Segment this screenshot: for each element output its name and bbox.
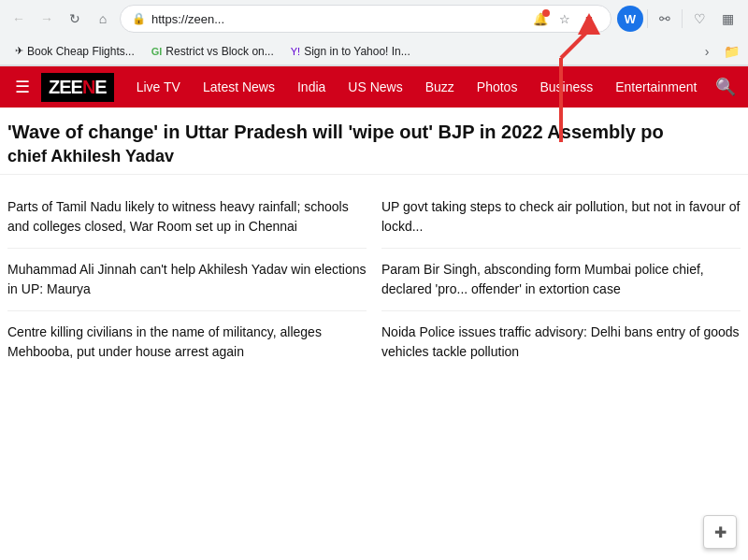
bookmark-flights[interactable]: ✈ Book Cheap Flights... <box>7 42 142 61</box>
news-item-left-2[interactable]: Muhammad Ali Jinnah can't help Akhilesh … <box>7 249 367 311</box>
browser-toolbar-right: W ⚯ ♡ ▦ <box>617 6 741 32</box>
address-bar[interactable]: 🔒 https://zeen... 🔔 ☆ ■ <box>120 5 611 33</box>
floating-action-button[interactable]: ✚ <box>703 515 737 549</box>
nav-india[interactable]: India <box>286 66 337 108</box>
browser-top-bar: ← → ↻ ⌂ 🔒 https://zeen... 🔔 ☆ ■ W ⚯ ♡ ▦ <box>0 0 748 37</box>
bookmark-restrict[interactable]: Gl Restrict vs Block on... <box>144 42 281 61</box>
bookmark-flights-label: Book Cheap Flights... <box>27 45 135 58</box>
headline-sub: chief Akhilesh Yadav <box>7 147 741 166</box>
news-item-left-3[interactable]: Centre killing civilians in the name of … <box>7 311 367 373</box>
nav-us-news[interactable]: US News <box>337 66 413 108</box>
main-headline[interactable]: 'Wave of change' in Uttar Pradesh will '… <box>0 108 748 175</box>
bookmark-restrict-label: Restrict vs Block on... <box>165 45 273 58</box>
nav-photos[interactable]: Photos <box>466 66 529 108</box>
nav-bar: ☰ ZEENE Live TV Latest News India US New… <box>0 66 748 108</box>
browser-chrome: ← → ↻ ⌂ 🔒 https://zeen... 🔔 ☆ ■ W ⚯ ♡ ▦ <box>0 0 748 66</box>
notification-badge <box>542 9 550 17</box>
bookmark-restrict-icon: Gl <box>151 46 163 57</box>
toolbar-divider <box>647 9 648 28</box>
news-col-right: UP govt taking steps to check air pollut… <box>381 186 741 373</box>
url-text: https://zeen... <box>151 12 525 26</box>
news-item-right-2[interactable]: Param Bir Singh, absconding form Mumbai … <box>381 249 741 311</box>
news-col-left: Parts of Tamil Nadu likely to witness he… <box>7 186 367 373</box>
nav-live-tv[interactable]: Live TV <box>125 66 192 108</box>
website-content: ☰ ZEENE Live TV Latest News India US New… <box>0 66 748 560</box>
bookmark-yahoo-label: Sign in to Yahoo! In... <box>304 45 410 58</box>
nav-entertainment[interactable]: Entertainment <box>604 66 708 108</box>
notification-icon-btn[interactable]: 🔔 <box>530 8 551 29</box>
home-button[interactable]: ⌂ <box>92 7 114 30</box>
bookmarks-more-chevron[interactable]: › <box>698 42 716 61</box>
lock-icon: 🔒 <box>132 12 146 25</box>
forward-button[interactable]: → <box>36 7 58 30</box>
news-item-right-1[interactable]: UP govt taking steps to check air pollut… <box>381 186 741 249</box>
news-columns: Parts of Tamil Nadu likely to witness he… <box>0 186 748 373</box>
headline-text: 'Wave of change' in Uttar Pradesh will '… <box>7 119 741 145</box>
nav-buzz[interactable]: Buzz <box>414 66 466 108</box>
bookmark-yahoo-icon: Y! <box>291 46 300 57</box>
nav-items: Live TV Latest News India US News Buzz P… <box>125 66 709 108</box>
fab-icon: ✚ <box>714 524 726 541</box>
bookmark-yahoo[interactable]: Y! Sign in to Yahoo! In... <box>283 42 418 61</box>
site-logo: ZEENE <box>41 73 114 102</box>
star-icon-btn[interactable]: ☆ <box>554 8 575 29</box>
nav-search-icon[interactable]: 🔍 <box>708 73 743 101</box>
news-item-right-3[interactable]: Noida Police issues traffic advisory: De… <box>381 311 741 373</box>
news-item-left-1[interactable]: Parts of Tamil Nadu likely to witness he… <box>7 186 367 249</box>
extensions-button[interactable]: ⚯ <box>652 6 678 32</box>
nav-latest-news[interactable]: Latest News <box>192 66 286 108</box>
back-button[interactable]: ← <box>7 7 30 30</box>
refresh-button[interactable]: ↻ <box>64 7 86 30</box>
bookmarks-folder[interactable]: 📁 <box>722 42 741 61</box>
collections-button[interactable]: ▦ <box>714 6 741 32</box>
nav-business[interactable]: Business <box>528 66 604 108</box>
record-icon-btn[interactable]: ■ <box>579 8 599 29</box>
bookmark-flights-icon: ✈ <box>15 45 23 57</box>
favorites-button[interactable]: ♡ <box>686 6 712 32</box>
toolbar-divider-2 <box>682 9 683 28</box>
hamburger-menu[interactable]: ☰ <box>7 73 37 101</box>
address-bar-icons: 🔔 ☆ ■ <box>530 8 599 29</box>
profile-button[interactable]: W <box>617 6 643 32</box>
bookmarks-bar: ✈ Book Cheap Flights... Gl Restrict vs B… <box>0 37 748 65</box>
